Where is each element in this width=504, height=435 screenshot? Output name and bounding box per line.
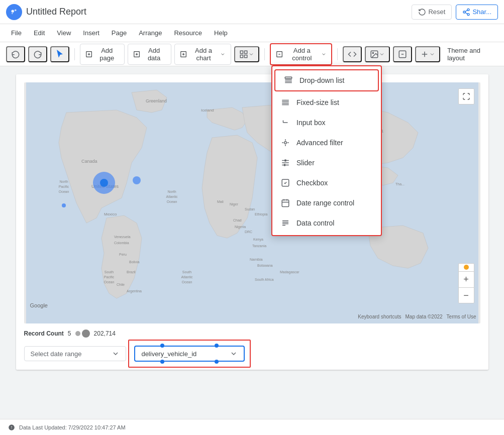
menu-item-checkbox[interactable]: Checkbox (272, 173, 381, 193)
add-page-button[interactable]: Add page (80, 44, 125, 65)
share-button[interactable]: Shar... (456, 5, 498, 20)
svg-point-25 (372, 52, 373, 53)
theme-layout-text[interactable]: Theme and layout (443, 44, 498, 64)
menu-item-advanced-filter[interactable]: Advanced filter (272, 133, 381, 153)
svg-text:Ocean: Ocean (58, 190, 69, 193)
svg-text:Atlantic: Atlantic (166, 195, 177, 198)
svg-text:Tanzania: Tanzania (252, 244, 266, 248)
svg-text:Mexico: Mexico (104, 212, 117, 216)
svg-line-7 (465, 13, 468, 14)
svg-text:Sudan: Sudan (245, 207, 255, 211)
svg-rect-19 (244, 51, 247, 53)
selection-handles-top (160, 344, 219, 348)
handle-bl (160, 360, 164, 364)
zoom-controls: + − (458, 271, 474, 303)
code-button[interactable] (343, 46, 362, 62)
svg-text:Mali: Mali (217, 200, 224, 203)
map-footer: Keyboard shortcuts Map data ©2022 Terms … (358, 314, 476, 319)
menu-file[interactable]: File (6, 27, 27, 39)
legend-dot-large (82, 330, 90, 338)
toolbar-separator-1 (74, 48, 75, 60)
svg-line-8 (465, 10, 468, 12)
zoom-out-button[interactable]: − (458, 287, 474, 303)
add-data-button[interactable]: Add data (128, 44, 171, 65)
advanced-filter-icon (280, 138, 290, 148)
text-button[interactable] (393, 46, 412, 62)
date-range-icon (280, 198, 290, 208)
svg-text:Niger: Niger (230, 202, 238, 206)
menu-item-slider[interactable]: Slider (272, 153, 381, 173)
svg-rect-21 (240, 55, 243, 57)
add-control-button[interactable]: Add a control (270, 43, 332, 65)
menu-item-data-control[interactable]: Data control (272, 213, 381, 233)
menu-help[interactable]: Help (209, 27, 233, 39)
date-range-control[interactable]: Select date range (24, 346, 127, 361)
menu-insert[interactable]: Insert (78, 27, 105, 39)
svg-point-74 (100, 179, 108, 187)
svg-point-76 (62, 203, 66, 207)
menu-page[interactable]: Page (107, 27, 132, 39)
dropdown-wrapper: delivery_vehicle_id (134, 346, 245, 362)
svg-text:Madagascar: Madagascar (280, 270, 299, 274)
image-button[interactable] (365, 46, 390, 62)
menu-item-input-box[interactable]: Input box (272, 113, 381, 133)
fixed-list-icon (280, 97, 290, 107)
menu-resource[interactable]: Resource (169, 27, 207, 39)
svg-rect-80 (285, 77, 292, 78)
svg-point-79 (464, 265, 469, 270)
checkbox-icon (280, 178, 290, 188)
svg-point-109 (11, 428, 12, 428)
legend-bar: Record Count 5 202,714 (24, 330, 480, 338)
menu-view[interactable]: View (52, 27, 76, 39)
reset-button[interactable]: Reset (412, 5, 452, 20)
menu-item-dropdown-list[interactable]: Drop-down list (274, 69, 379, 91)
svg-point-90 (284, 142, 287, 144)
svg-text:North: North (167, 190, 176, 193)
svg-text:Ocean: Ocean (104, 280, 114, 284)
svg-point-4 (467, 9, 469, 11)
map-controls (458, 88, 474, 104)
svg-text:Greenland: Greenland (146, 98, 167, 103)
svg-text:North: North (59, 180, 68, 183)
top-bar: Untitled Report Reset Shar... (0, 0, 504, 24)
menu-item-date-range-control[interactable]: Date range control (272, 193, 381, 213)
input-box-icon (280, 118, 290, 128)
grid-button[interactable] (234, 46, 259, 62)
selection-handles-bottom (160, 360, 219, 364)
svg-text:South: South (104, 270, 113, 274)
svg-point-2 (15, 9, 17, 11)
menu-edit[interactable]: Edit (29, 27, 50, 39)
handle-tr (215, 344, 219, 348)
svg-text:Colombia: Colombia (114, 241, 129, 245)
svg-text:Venezuela: Venezuela (114, 235, 131, 239)
svg-text:Kenya: Kenya (253, 238, 263, 242)
svg-text:DRC: DRC (245, 230, 252, 234)
report-title: Untitled Report (26, 7, 86, 17)
handle-br (215, 360, 219, 364)
svg-point-5 (463, 11, 465, 13)
svg-text:Brazil: Brazil (127, 270, 136, 274)
vehicle-dropdown-control[interactable]: delivery_vehicle_id (134, 346, 245, 362)
zoom-in-button[interactable]: + (458, 271, 474, 287)
svg-text:Ocean: Ocean (166, 200, 177, 203)
svg-text:Chad: Chad (233, 219, 242, 222)
svg-text:Ocean: Ocean (181, 280, 192, 284)
menu-arrange[interactable]: Arrange (134, 27, 167, 39)
fullscreen-button[interactable] (458, 88, 474, 104)
svg-text:Bolivia: Bolivia (129, 260, 140, 264)
slider-icon (280, 158, 290, 168)
report-canvas: Russia Canada United States Mexico North… (16, 74, 488, 370)
svg-text:Peru: Peru (119, 253, 127, 256)
shapes-button[interactable] (415, 46, 440, 62)
info-icon (8, 424, 15, 431)
select-tool-button[interactable] (50, 46, 69, 62)
svg-point-97 (284, 164, 285, 166)
add-chart-button[interactable]: Add a chart (174, 44, 231, 65)
top-actions: Reset Shar... (412, 5, 498, 20)
controls-row: Select date range delivery_vehicle_id (24, 346, 480, 362)
toolbar: Add page Add data Add a chart Add a cont… (0, 42, 504, 66)
menu-item-fixed-size-list[interactable]: Fixed-size list (272, 92, 381, 113)
undo-button[interactable] (6, 46, 25, 62)
redo-button[interactable] (28, 46, 47, 62)
svg-point-6 (467, 13, 469, 15)
